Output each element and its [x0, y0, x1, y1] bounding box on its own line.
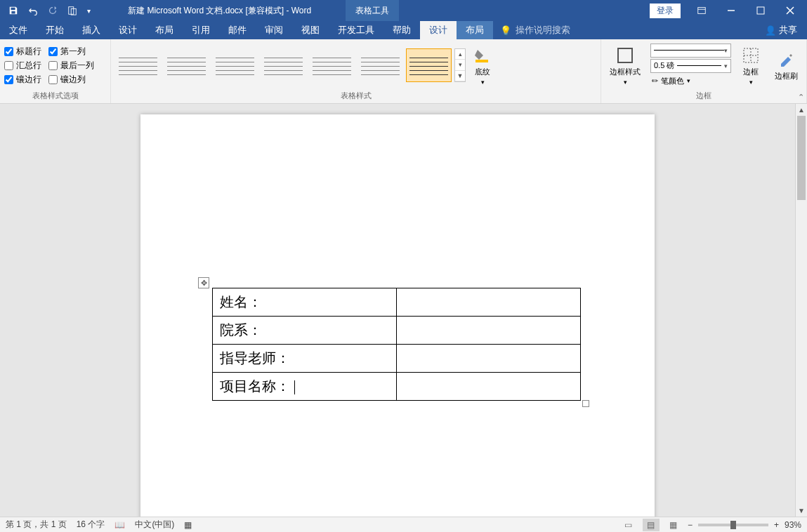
scroll-down-button[interactable]: ▼ [796, 505, 807, 517]
tab-help[interactable]: 帮助 [383, 21, 420, 39]
shading-button[interactable]: 底纹▾ [468, 44, 497, 87]
table-style-2[interactable] [164, 48, 209, 82]
group-style-options: 表格样式选项 [4, 89, 106, 103]
table-style-3[interactable] [212, 48, 258, 82]
vertical-scrollbar[interactable]: ▲ ▼ [795, 104, 807, 517]
table-style-selected[interactable] [406, 48, 452, 82]
svg-rect-5 [757, 7, 764, 14]
zoom-out-button[interactable]: − [688, 520, 693, 530]
undo-button[interactable] [24, 1, 42, 20]
text-cursor [294, 380, 295, 394]
border-painter-button[interactable]: 边框刷 [770, 48, 802, 83]
tab-home[interactable]: 开始 [37, 21, 73, 39]
table-style-4[interactable] [261, 48, 306, 82]
tab-devtools[interactable]: 开发工具 [329, 21, 383, 39]
table-row: 项目名称： [213, 373, 581, 401]
border-style-icon [615, 46, 635, 65]
tell-me-search[interactable]: 💡 操作说明搜索 [493, 24, 577, 36]
view-web-button[interactable]: ▦ [665, 519, 682, 531]
document-table[interactable]: 姓名： 院系： 指导老师： 项目名称： [212, 288, 581, 401]
login-button[interactable]: 登录 [650, 4, 681, 18]
tab-view[interactable]: 视图 [292, 21, 329, 39]
status-language[interactable]: 中文(中国) [135, 519, 174, 531]
brush-icon [777, 50, 796, 69]
tab-table-layout[interactable]: 布局 [457, 21, 493, 39]
zoom-slider[interactable] [698, 524, 768, 526]
status-proofing-icon[interactable]: 📖 [114, 520, 125, 530]
maximize-button[interactable] [747, 0, 775, 21]
table-resize-handle[interactable] [582, 400, 589, 407]
cell-label[interactable]: 姓名： [213, 288, 397, 317]
checkbox-total-row[interactable]: 汇总行 [4, 60, 41, 72]
cell-value[interactable] [397, 345, 581, 373]
tab-design[interactable]: 设计 [110, 21, 146, 39]
checkbox-header-row[interactable]: 标题行 [4, 46, 41, 58]
touch-mode-button[interactable] [63, 1, 81, 20]
redo-button[interactable] [44, 1, 62, 20]
border-weight-combo[interactable]: 0.5 磅▾ [650, 59, 731, 73]
table-row: 姓名： [213, 288, 581, 317]
view-print-button[interactable]: ▤ [643, 519, 660, 531]
minimize-button[interactable] [717, 0, 745, 21]
borders-button[interactable]: 边框▾ [737, 44, 765, 87]
table-tools-label: 表格工具 [346, 0, 399, 21]
svg-rect-2 [698, 8, 706, 14]
cell-value[interactable] [397, 317, 581, 345]
ribbon-display-button[interactable] [688, 0, 716, 21]
checkbox-last-col[interactable]: 最后一列 [48, 60, 94, 72]
gallery-more-button[interactable]: ▴▾▼ [454, 48, 466, 82]
tab-review[interactable]: 审阅 [256, 21, 292, 39]
tab-references[interactable]: 引用 [183, 21, 219, 39]
checkbox-banded-col[interactable]: 镶边列 [48, 74, 94, 86]
svg-rect-7 [618, 48, 632, 62]
status-page[interactable]: 第 1 页，共 1 页 [6, 519, 67, 531]
table-row: 院系： [213, 317, 581, 345]
qat-customize-button[interactable]: ▾ [83, 1, 94, 20]
lightbulb-icon: 💡 [500, 25, 511, 36]
checkbox-first-col[interactable]: 第一列 [48, 46, 94, 58]
cell-label[interactable]: 指导老师： [213, 345, 397, 373]
share-button[interactable]: 👤 共享 [755, 24, 807, 36]
table-style-5[interactable] [309, 48, 355, 82]
tab-layout[interactable]: 布局 [146, 21, 183, 39]
cell-value[interactable] [397, 288, 581, 317]
table-move-handle[interactable]: ✥ [198, 277, 209, 288]
group-borders: 边框 [605, 89, 802, 103]
status-macro-icon[interactable]: ▦ [184, 520, 192, 530]
tab-insert[interactable]: 插入 [73, 21, 110, 39]
border-style-button[interactable]: 边框样式▾ [605, 44, 645, 87]
borders-icon [741, 46, 761, 65]
bucket-icon [473, 46, 492, 65]
table-row: 指导老师： [213, 345, 581, 373]
tab-file[interactable]: 文件 [0, 21, 37, 39]
table-style-gallery[interactable]: ▴▾▼ [115, 48, 466, 82]
share-icon: 👤 [765, 25, 776, 36]
cell-label[interactable]: 项目名称： [213, 373, 397, 401]
collapse-ribbon-button[interactable]: ⌃ [798, 93, 804, 102]
pen-color-button[interactable]: ✏笔颜色 ▾ [650, 74, 731, 88]
document-title: 新建 Microsoft Word 文档.docx [兼容模式] - Word [94, 5, 346, 17]
pen-icon: ✏ [652, 77, 658, 86]
checkbox-banded-row[interactable]: 镶边行 [4, 74, 41, 86]
close-button[interactable] [776, 0, 804, 21]
zoom-level[interactable]: 93% [785, 520, 801, 530]
group-table-styles: 表格样式 [115, 89, 596, 103]
table-style-6[interactable] [357, 48, 403, 82]
scroll-up-button[interactable]: ▲ [796, 104, 807, 116]
table-style-1[interactable] [115, 48, 161, 82]
view-read-button[interactable]: ▭ [620, 519, 637, 531]
cell-value[interactable] [397, 373, 581, 401]
svg-rect-6 [475, 60, 488, 62]
zoom-in-button[interactable]: + [774, 520, 779, 530]
save-button[interactable] [4, 1, 22, 20]
status-words[interactable]: 16 个字 [77, 519, 105, 531]
tab-table-design[interactable]: 设计 [420, 21, 457, 39]
cell-label[interactable]: 院系： [213, 317, 397, 345]
scroll-thumb[interactable] [797, 116, 806, 200]
tab-mailings[interactable]: 邮件 [219, 21, 256, 39]
border-line-style-combo[interactable]: ▾ [650, 44, 731, 58]
